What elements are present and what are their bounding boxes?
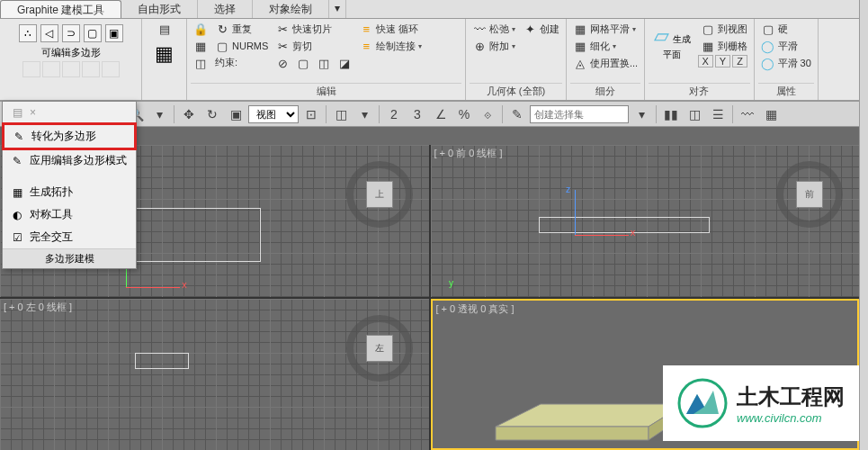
viewport-front[interactable]: [ + 0 前 0 线框 ] 前 x z y xyxy=(431,145,860,297)
dd-apply-editpoly[interactable]: ✎应用编辑多边形模式 xyxy=(3,149,136,172)
qt-pivot[interactable]: ⊡ xyxy=(300,104,322,124)
coord-system-select[interactable]: 视图 xyxy=(248,105,299,123)
tweak-btn[interactable]: ▦ xyxy=(191,38,210,54)
viewport-left[interactable]: [ + 0 左 0 线框 ] 左 xyxy=(0,299,429,451)
modify-dropdown[interactable]: ▤ xyxy=(155,21,174,37)
editable-poly-panel: ∴ ◁ ⊃ ▢ ▣ 可编辑多边形 xyxy=(0,19,142,100)
displace-btn[interactable]: ◬使用置换... xyxy=(570,55,640,71)
modifier-btn-1[interactable] xyxy=(22,61,40,77)
dd-symmetry[interactable]: ◐对称工具 xyxy=(3,203,136,226)
tab-select[interactable]: 选择 xyxy=(198,0,253,18)
qt-scale[interactable]: ▣ xyxy=(225,104,246,124)
smooth30-icon: ◯ xyxy=(761,56,775,70)
svg-marker-1 xyxy=(496,427,649,440)
constraint-edge[interactable]: ▢ xyxy=(293,55,313,71)
dd-convert-poly[interactable]: ✎转化为多边形 xyxy=(2,122,137,150)
viewcube-top[interactable]: 上 xyxy=(357,172,402,217)
command-panel-strip[interactable] xyxy=(859,0,868,450)
axis-x: x xyxy=(631,228,636,238)
qt-mirror[interactable]: ▮▮ xyxy=(660,104,682,124)
constraint-none[interactable]: ⊘ xyxy=(273,55,292,71)
cut-btn[interactable]: ✂剪切 xyxy=(273,38,354,54)
poly-modeling-dropdown: ▤× ✎转化为多边形 ✎应用编辑多边形模式 ▦生成拓扑 ◐对称工具 ☑完全交互 … xyxy=(2,101,137,269)
tess-icon: ▦ xyxy=(573,39,587,53)
tweak-icon: ▦ xyxy=(193,39,208,53)
qt-dd[interactable]: ▾ xyxy=(631,104,652,124)
watermark-logo xyxy=(677,378,728,428)
qt-manip[interactable]: ◫ xyxy=(330,104,352,124)
modifier-btn-5[interactable] xyxy=(102,61,120,77)
tab-freeform[interactable]: 自由形式 xyxy=(121,0,198,18)
watermark-url: www.civilcn.com xyxy=(737,411,845,425)
smooth30-btn[interactable]: ◯平滑 30 xyxy=(758,55,814,71)
modify-large-btn[interactable]: ▦ xyxy=(148,39,181,69)
qt-move[interactable]: ✥ xyxy=(178,104,200,124)
smooth-icon: ◯ xyxy=(761,39,775,53)
border-mode-icon[interactable]: ⊃ xyxy=(62,24,80,42)
qt-percent[interactable]: % xyxy=(453,104,475,124)
qt-named-edit[interactable]: ✎ xyxy=(506,104,528,124)
tab-graphite[interactable]: Graphite 建模工具 xyxy=(0,0,121,18)
relax-btn[interactable]: 〰松弛▾ xyxy=(470,21,518,37)
hard-btn[interactable]: ▢硬 xyxy=(758,21,814,37)
qt-filter[interactable]: ▾ xyxy=(148,104,170,124)
modifier-btn-3[interactable] xyxy=(62,61,80,77)
object-wireframe xyxy=(539,217,710,233)
qt-snap2[interactable]: 2 xyxy=(383,104,405,124)
create-btn[interactable]: ✦创建 xyxy=(520,21,562,37)
meshsmooth-btn[interactable]: ▦网格平滑▾ xyxy=(570,21,640,37)
modifier-btn-4[interactable] xyxy=(82,61,100,77)
attach-btn[interactable]: ⊕附加▾ xyxy=(470,38,518,54)
smooth-btn[interactable]: ◯平滑 xyxy=(758,38,814,54)
align-x[interactable]: X xyxy=(698,55,713,68)
tessellate-btn[interactable]: ▦细化▾ xyxy=(570,38,640,54)
constraint-normal[interactable]: ◪ xyxy=(335,55,354,71)
object-wireframe xyxy=(135,353,189,369)
toview-btn[interactable]: ▢到视图 xyxy=(698,21,750,37)
repeat-btn[interactable]: ↻重复 xyxy=(212,21,271,37)
quickslice-btn[interactable]: ✂快速切片 xyxy=(273,21,354,37)
qt-keymode[interactable]: ▾ xyxy=(353,104,375,124)
vp-left-label: [ + 0 左 0 线框 ] xyxy=(4,301,72,314)
qt-angle[interactable]: ∠ xyxy=(430,104,452,124)
modifier-btn-2[interactable] xyxy=(42,61,60,77)
cut-icon: ✂ xyxy=(275,39,290,53)
vp-persp-label: [ + 0 透视 0 真实 ] xyxy=(436,302,515,316)
edit-panel-label: 可编辑多边形 xyxy=(4,46,138,59)
qt-snap3[interactable]: 3 xyxy=(407,104,428,124)
edge-mode-icon[interactable]: ◁ xyxy=(40,24,58,42)
togrid-btn[interactable]: ▦到栅格 xyxy=(698,38,750,54)
align-y[interactable]: Y xyxy=(715,55,730,68)
constraint-face[interactable]: ◫ xyxy=(314,55,334,71)
create-icon: ✦ xyxy=(523,22,537,36)
dd-footer: 多边形建模 xyxy=(3,248,136,268)
misc-btn[interactable]: ◫ xyxy=(191,55,210,71)
tab-objpaint[interactable]: 对象绘制 xyxy=(253,0,329,18)
geom-group-label: 几何体 (全部) xyxy=(470,83,562,98)
viewcube-front[interactable]: 前 xyxy=(787,172,832,217)
nurms-btn[interactable]: ▢NURMS xyxy=(212,38,271,54)
align-z[interactable]: Z xyxy=(732,55,747,68)
paintconnect-btn[interactable]: ≡绘制连接▾ xyxy=(356,38,425,54)
viewcube-left[interactable]: 左 xyxy=(357,326,402,371)
makeplanar-btn[interactable]: ▱ 生成 平面 xyxy=(649,21,695,83)
tab-minimize[interactable]: ▾ xyxy=(329,0,346,18)
repeat-icon: ↻ xyxy=(215,22,229,36)
qt-rotate[interactable]: ↻ xyxy=(201,104,223,124)
named-selection-input[interactable] xyxy=(530,105,629,123)
polygon-mode-icon[interactable]: ▢ xyxy=(84,24,102,42)
vp-front-label: [ + 0 前 0 线框 ] xyxy=(434,147,503,160)
preserve-uv-btn[interactable]: 🔒 xyxy=(191,21,210,37)
qt-schematic[interactable]: ▦ xyxy=(760,104,782,124)
apply-icon: ✎ xyxy=(10,154,24,168)
vertex-mode-icon[interactable]: ∴ xyxy=(19,24,37,42)
svg-point-3 xyxy=(679,380,726,427)
qt-align[interactable]: ◫ xyxy=(684,104,705,124)
dd-full-interactive[interactable]: ☑完全交互 xyxy=(3,226,136,248)
qt-layers[interactable]: ☰ xyxy=(707,104,729,124)
quickloop-btn[interactable]: ≡快速 循环 xyxy=(356,21,425,37)
qt-curve[interactable]: 〰 xyxy=(737,104,758,124)
dd-gen-topology[interactable]: ▦生成拓扑 xyxy=(3,181,136,203)
qt-spinner[interactable]: ⟐ xyxy=(477,104,498,124)
element-mode-icon[interactable]: ▣ xyxy=(105,24,123,42)
